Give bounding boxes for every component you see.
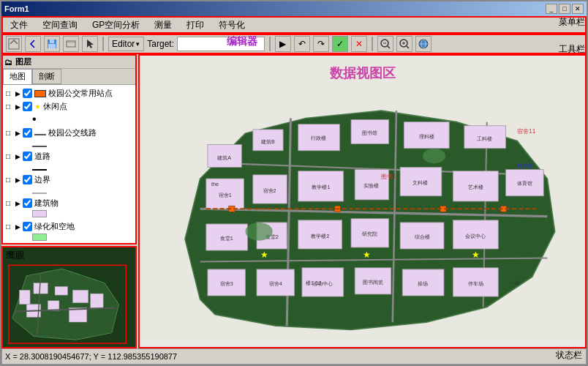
layer-list: □ ▶ 校园公交常用站点 □ ▶ ★ 休闲点 bbox=[3, 85, 135, 243]
svg-text:宿舍2: 宿舍2 bbox=[263, 187, 276, 194]
layer-name-7: 绿化和空地 bbox=[34, 221, 75, 232]
expand-arrow-7[interactable]: ▶ bbox=[15, 223, 20, 231]
expand-arrow-4[interactable]: ▶ bbox=[15, 153, 20, 160]
toolbar-separator-2 bbox=[269, 37, 271, 51]
list-item: □ ▶ 建筑物 bbox=[4, 197, 134, 209]
expand-icon-7[interactable]: □ bbox=[6, 223, 13, 231]
right-labels: 菜单栏 工具栏 bbox=[559, 16, 585, 56]
svg-text:the: the bbox=[211, 181, 219, 187]
toolbar-btn-green[interactable]: ✓ bbox=[332, 36, 348, 52]
menu-print[interactable]: 打印 bbox=[182, 18, 208, 33]
toolbar-btn-1[interactable] bbox=[6, 36, 22, 52]
menu-measure[interactable]: 测量 bbox=[150, 18, 176, 33]
layer-check-1[interactable] bbox=[23, 89, 32, 98]
building-icon bbox=[32, 210, 47, 217]
expand-icon-6[interactable]: □ bbox=[6, 199, 13, 207]
svg-text:工科楼: 工科楼 bbox=[477, 135, 492, 142]
layer-check-4[interactable] bbox=[23, 152, 32, 161]
svg-text:图书1: 图书1 bbox=[381, 173, 396, 180]
svg-text:体育馆: 体育馆 bbox=[517, 180, 532, 187]
layer-check-5[interactable] bbox=[23, 175, 32, 184]
svg-text:理科楼: 理科楼 bbox=[419, 133, 434, 140]
tab-map[interactable]: 地图 bbox=[3, 69, 32, 84]
editor-label-text: Editor bbox=[112, 39, 135, 49]
expand-arrow[interactable]: ▶ bbox=[15, 90, 20, 97]
layer-check-6[interactable] bbox=[23, 198, 32, 208]
layer-name-4: 道路 bbox=[34, 151, 50, 162]
expand-icon-5[interactable]: □ bbox=[6, 176, 13, 184]
expand-arrow-3[interactable]: ▶ bbox=[15, 130, 20, 137]
svg-rect-20 bbox=[55, 286, 67, 295]
left-panel: 🗂 图层 地图 剖断 □ ▶ 校园公交常用站点 bbox=[1, 54, 137, 348]
tab-profile[interactable]: 剖断 bbox=[32, 69, 61, 84]
svg-text:图书阅览: 图书阅览 bbox=[363, 279, 383, 285]
svg-text:建筑A: 建筑A bbox=[216, 154, 231, 161]
menu-spatial-query[interactable]: 空间查询 bbox=[38, 18, 82, 33]
layer-name-1: 校园公交常用站点 bbox=[48, 88, 113, 99]
menu-gp-analysis[interactable]: GP空间分析 bbox=[88, 18, 144, 33]
layer-panel-title: 图层 bbox=[15, 56, 31, 67]
menu-file[interactable]: 文件 bbox=[6, 18, 32, 33]
target-label: Target: bbox=[147, 39, 174, 49]
toolbar-btn-3[interactable] bbox=[63, 36, 79, 52]
expand-arrow-5[interactable]: ▶ bbox=[15, 176, 20, 184]
layer-group-3: □ ▶ 校园公交线路 bbox=[4, 127, 134, 149]
star-icon: ★ bbox=[34, 102, 41, 111]
expand-arrow-6[interactable]: ▶ bbox=[15, 200, 20, 207]
toolbar-btn-zoom-plus[interactable] bbox=[396, 36, 412, 52]
map-title: 数据视图区 bbox=[330, 64, 396, 82]
rest-symbol: • bbox=[32, 113, 134, 126]
toolbar-btn-back[interactable] bbox=[25, 36, 41, 52]
expand-icon[interactable]: □ bbox=[6, 89, 13, 97]
layer-name-6: 建筑物 bbox=[34, 198, 59, 209]
expand-icon-2[interactable]: □ bbox=[6, 102, 13, 111]
toolbar-btn-play[interactable]: ▶ bbox=[275, 36, 291, 52]
svg-text:停车场: 停车场 bbox=[468, 280, 483, 287]
campus-map-svg: 建筑A 建筑B 行政楼 图书馆 理科楼 工科楼 宿舍1 宿舍2 教学楼1 实 bbox=[140, 56, 585, 347]
maximize-button[interactable]: □ bbox=[559, 4, 570, 14]
layer-group-5: □ ▶ 边界 bbox=[4, 173, 134, 196]
svg-text:★: ★ bbox=[472, 250, 480, 260]
svg-line-7 bbox=[388, 46, 390, 48]
close-button[interactable]: ✕ bbox=[572, 4, 584, 14]
layer-check-3[interactable] bbox=[23, 128, 32, 138]
toolbar-btn-undo[interactable]: ↶ bbox=[294, 36, 310, 52]
list-item: □ ▶ 边界 bbox=[4, 173, 134, 186]
minimize-button[interactable]: _ bbox=[546, 4, 557, 14]
title-controls: _ □ ✕ bbox=[546, 4, 584, 14]
status-bar: X = 28.3008190454677; Y = 112.9853551908… bbox=[1, 348, 587, 365]
toolbar-btn-save[interactable] bbox=[44, 36, 60, 52]
main-window: Form1 _ □ ✕ 文件 空间查询 GP空间分析 测量 打印 符号化 bbox=[0, 0, 588, 366]
menu-symbol[interactable]: 符号化 bbox=[214, 18, 249, 33]
expand-arrow-2[interactable]: ▶ bbox=[15, 103, 20, 111]
editor-dropdown[interactable]: Editor ▼ bbox=[108, 37, 144, 51]
svg-text:★: ★ bbox=[260, 250, 268, 260]
title-bar: Form1 _ □ ✕ bbox=[1, 1, 587, 16]
line-icon-3 bbox=[34, 134, 46, 135]
layer-check-7[interactable] bbox=[23, 222, 32, 231]
svg-rect-24 bbox=[91, 294, 103, 307]
svg-text:宿舍4: 宿舍4 bbox=[269, 280, 282, 287]
expand-icon-4[interactable]: □ bbox=[6, 152, 13, 160]
expand-icon-3[interactable]: □ bbox=[6, 129, 13, 137]
svg-rect-2 bbox=[50, 40, 54, 43]
status-text: X = 28.3008190454677; Y = 112.9853551908… bbox=[5, 352, 583, 361]
map-area[interactable]: 数据视图区 建筑A 建筑B 行政楼 bbox=[138, 54, 587, 348]
layer-check-2[interactable] bbox=[23, 102, 32, 111]
svg-text:实验楼: 实验楼 bbox=[363, 182, 379, 189]
toolbar-btn-zoom[interactable] bbox=[377, 36, 393, 52]
toolbar-btn-cursor[interactable] bbox=[82, 36, 98, 52]
menu-bar-label: 菜单栏 bbox=[559, 16, 585, 29]
svg-rect-22 bbox=[48, 301, 59, 311]
svg-rect-4 bbox=[67, 41, 75, 47]
toolbar-btn-globe[interactable] bbox=[415, 36, 431, 52]
toolbar-btn-redo[interactable]: ↷ bbox=[313, 36, 329, 52]
toolbar-btn-red[interactable]: ✕ bbox=[351, 36, 367, 52]
layer-group-7: □ ▶ 绿化和空地 bbox=[4, 220, 134, 243]
layer-name-5: 边界 bbox=[34, 174, 50, 185]
svg-text:宿舍11: 宿舍11 bbox=[517, 128, 536, 135]
route-line bbox=[32, 146, 47, 147]
svg-rect-19 bbox=[34, 283, 48, 294]
layer-name-2: 休闲点 bbox=[43, 101, 67, 112]
status-bar-label: 状态栏 bbox=[556, 349, 582, 362]
